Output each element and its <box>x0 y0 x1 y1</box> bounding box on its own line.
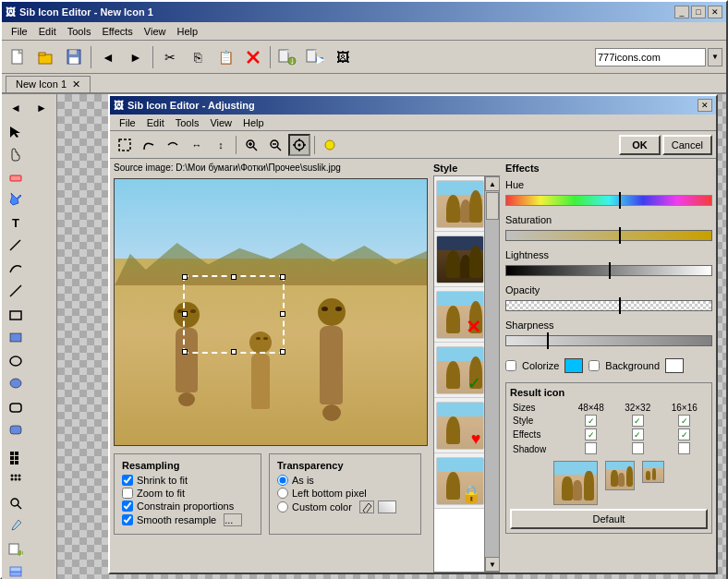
style-48-check[interactable]: ✓ <box>585 415 597 427</box>
shadow-16-check[interactable] <box>678 442 690 454</box>
tab-close-button[interactable]: ✕ <box>72 78 80 90</box>
tool-roundrect-outline[interactable] <box>4 397 28 417</box>
style-scrollbar-thumb[interactable] <box>486 192 499 220</box>
minimize-button[interactable]: _ <box>674 6 689 18</box>
menu-view[interactable]: View <box>139 24 172 39</box>
cut-button[interactable]: ✂ <box>157 44 183 70</box>
dialog-tool-3[interactable] <box>162 134 184 156</box>
custom-color-radio[interactable] <box>277 501 288 513</box>
as-is-radio[interactable] <box>277 475 288 486</box>
dialog-tool-color-pick[interactable] <box>319 134 341 156</box>
style-item-4[interactable]: ✓ <box>434 343 484 398</box>
style-item-2[interactable] <box>434 232 484 287</box>
shrink-checkbox[interactable] <box>122 475 133 486</box>
default-button[interactable]: Default <box>510 509 708 529</box>
dialog-tool-zoom-in[interactable] <box>240 134 262 156</box>
tool-rect-fill[interactable] <box>4 327 28 347</box>
maximize-button[interactable]: □ <box>691 6 706 18</box>
tool-select[interactable] <box>4 122 28 142</box>
menu-tools[interactable]: Tools <box>62 24 97 39</box>
smooth-checkbox[interactable] <box>122 514 133 525</box>
tool-fill[interactable] <box>4 188 28 209</box>
new-button[interactable] <box>6 44 31 70</box>
dialog-tool-cursor[interactable] <box>288 134 310 156</box>
custom-color-swatch[interactable] <box>378 501 396 513</box>
dialog-menu-help[interactable]: Help <box>237 115 270 130</box>
tool-pen[interactable] <box>4 235 28 255</box>
tool-roundrect-fill[interactable] <box>4 419 28 440</box>
redo-button[interactable]: ► <box>123 44 149 70</box>
left-bottom-radio[interactable] <box>277 488 288 499</box>
resampling-box: Resampling Shrink to fit Zoom to fit <box>114 453 261 535</box>
undo-button[interactable]: ◄ <box>95 44 121 70</box>
dialog-menu-tools[interactable]: Tools <box>170 115 205 130</box>
tool-ellipse-outline[interactable] <box>4 351 28 371</box>
background-swatch[interactable] <box>665 358 684 373</box>
dialog-menu-file[interactable]: File <box>114 115 141 130</box>
style-item-6[interactable]: 🔒 <box>434 453 484 509</box>
dialog-tool-2[interactable] <box>138 134 160 156</box>
url-input[interactable] <box>595 48 706 66</box>
url-dropdown[interactable]: ▼ <box>708 48 722 66</box>
background-checkbox[interactable] <box>588 360 600 371</box>
style-item-3[interactable]: ✕ <box>434 287 484 343</box>
style-item-5[interactable]: ♥ <box>434 398 484 453</box>
dialog-tool-select[interactable] <box>114 134 136 156</box>
effects-32-check[interactable]: ✓ <box>632 428 644 440</box>
titlebar-controls: _ □ ✕ <box>674 6 722 18</box>
nav-back-button[interactable]: ◄ <box>4 98 28 118</box>
tool-dots[interactable] <box>4 469 28 489</box>
tool-text[interactable]: T <box>4 212 28 233</box>
tool-line[interactable] <box>4 281 28 301</box>
zoom-checkbox[interactable] <box>122 488 133 499</box>
paste-button[interactable]: 📋 <box>212 44 238 70</box>
cancel-button[interactable]: Cancel <box>662 135 712 155</box>
tool-ellipse-fill[interactable] <box>4 373 28 393</box>
shadow-48-check[interactable] <box>585 442 597 454</box>
tool-zoom[interactable] <box>4 493 28 513</box>
tab-new-icon-1[interactable]: New Icon 1 ✕ <box>6 76 91 92</box>
dialog-tool-flip-h[interactable]: ↔ <box>186 134 208 156</box>
open-button[interactable] <box>33 44 59 70</box>
menu-file[interactable]: File <box>6 24 33 39</box>
tool-import-img[interactable]: ↓ <box>4 539 28 560</box>
delete-button[interactable] <box>240 44 266 70</box>
tool-layers[interactable] <box>4 561 28 579</box>
effects-16-check[interactable]: ✓ <box>678 428 690 440</box>
tool-eyedropper[interactable] <box>4 515 28 536</box>
style-item-1[interactable] <box>434 176 484 232</box>
dialog-menu-edit[interactable]: Edit <box>141 115 170 130</box>
style-scroll-up[interactable]: ▲ <box>485 176 500 191</box>
tool-grid[interactable] <box>4 447 28 467</box>
colorize-checkbox[interactable] <box>505 360 516 371</box>
dialog-close-button[interactable]: ✕ <box>698 99 712 112</box>
dialog-tool-flip-v[interactable]: ↕ <box>210 134 232 156</box>
import-button[interactable]: ↓ <box>274 44 300 70</box>
tool-eraser[interactable] <box>4 166 28 187</box>
icon-view-button[interactable]: 🖼 <box>330 44 356 70</box>
save-button[interactable] <box>61 44 87 70</box>
effects-48-check[interactable]: ✓ <box>585 428 597 440</box>
tool-curve[interactable] <box>4 259 28 279</box>
style-scroll-down[interactable]: ▼ <box>485 557 500 572</box>
custom-color-picker[interactable] <box>359 501 374 513</box>
tool-rect-outline[interactable] <box>4 305 28 325</box>
style-32-check[interactable]: ✓ <box>632 415 644 427</box>
constrain-checkbox[interactable] <box>122 501 133 512</box>
smooth-options-button[interactable]: ... <box>224 513 242 526</box>
style-scrollbar-track[interactable] <box>485 191 500 557</box>
export-button[interactable]: ▶ <box>302 44 328 70</box>
tool-hand[interactable] <box>4 144 28 164</box>
ok-button[interactable]: OK <box>619 135 661 155</box>
menu-edit[interactable]: Edit <box>33 24 62 39</box>
shadow-32-check[interactable] <box>632 442 644 454</box>
menu-effects[interactable]: Effects <box>96 24 138 39</box>
dialog-menu-view[interactable]: View <box>204 115 237 130</box>
nav-fwd-button[interactable]: ► <box>30 98 54 118</box>
menu-help[interactable]: Help <box>171 24 203 39</box>
style-16-check[interactable]: ✓ <box>678 415 690 427</box>
dialog-tool-zoom-out[interactable] <box>264 134 286 156</box>
colorize-swatch[interactable] <box>564 358 583 373</box>
close-button[interactable]: ✕ <box>708 6 722 18</box>
copy-button[interactable]: ⎘ <box>185 44 211 70</box>
